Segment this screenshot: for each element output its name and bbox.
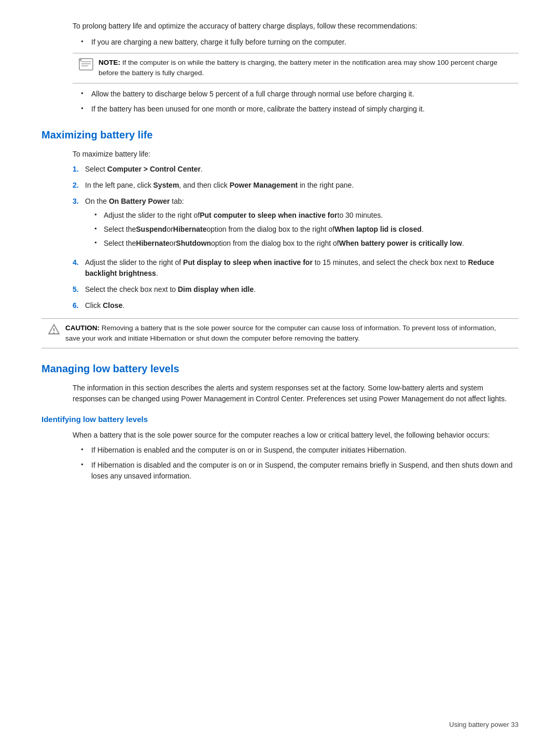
intro-bullet-3: If the battery has been unused for one m…	[83, 104, 519, 115]
step-2: 2. In the left pane, click System, and t…	[73, 180, 519, 191]
step-1-num: 1.	[73, 164, 85, 175]
identifying-bullet-1: If Hibernation is enabled and the comput…	[83, 445, 519, 456]
note-body: If the computer is on while the battery …	[99, 59, 497, 77]
note-icon	[79, 58, 93, 71]
caution-label: CAUTION:	[65, 324, 100, 332]
caution-icon	[48, 324, 60, 336]
step-3-subbullets: Adjust the slider to the right of Put co…	[95, 210, 519, 249]
page-footer: Using battery power 33	[449, 720, 519, 730]
step-5: 5. Select the check box next to Dim disp…	[73, 284, 519, 295]
footer-text: Using battery power 33	[449, 721, 519, 728]
step-3: 3. On the On Battery Power tab: Adjust t…	[73, 196, 519, 252]
intro-bullet-2: Allow the battery to discharge below 5 p…	[83, 89, 519, 100]
maximizing-steps: 1. Select Computer > Control Center. 2. …	[73, 164, 519, 311]
step-3-num: 3.	[73, 196, 85, 252]
step-5-content: Select the check box next to Dim display…	[85, 284, 519, 295]
intro-bullets: If you are charging a new battery, charg…	[83, 37, 519, 48]
identifying-bullets: If Hibernation is enabled and the comput…	[83, 445, 519, 482]
step-3-sub-2: Select the Suspend or Hibernate option f…	[95, 224, 519, 235]
step-2-num: 2.	[73, 180, 85, 191]
svg-point-7	[53, 332, 54, 333]
maximizing-heading: Maximizing battery life	[41, 127, 519, 143]
intro-bullets-2: Allow the battery to discharge below 5 p…	[83, 89, 519, 115]
step-4-num: 4.	[73, 257, 85, 279]
caution-text: CAUTION: Removing a battery that is the …	[65, 323, 512, 344]
note-box: NOTE: If the computer is on while the ba…	[73, 53, 519, 83]
step-4-content: Adjust the slider to the right of Put di…	[85, 257, 519, 279]
note-label: NOTE:	[99, 59, 120, 66]
step-6: 6. Click Close.	[73, 300, 519, 311]
step-1: 1. Select Computer > Control Center.	[73, 164, 519, 175]
intro-bullet-1: If you are charging a new battery, charg…	[83, 37, 519, 48]
managing-para: The information in this section describe…	[41, 383, 519, 404]
page: To prolong battery life and optimize the…	[0, 0, 560, 745]
step-3-sub-1: Adjust the slider to the right of Put co…	[95, 210, 519, 221]
step-6-num: 6.	[73, 300, 85, 311]
managing-heading: Managing low battery levels	[41, 361, 519, 376]
step-3-content: On the On Battery Power tab: Adjust the …	[85, 196, 519, 252]
caution-box: CAUTION: Removing a battery that is the …	[41, 318, 519, 349]
identifying-subheading: Identifying low battery levels	[41, 414, 519, 426]
maximizing-intro: To maximize battery life:	[41, 149, 519, 160]
step-2-content: In the left pane, click System, and then…	[85, 180, 519, 191]
step-3-sub-3: Select the Hibernate or Shutdown option …	[95, 238, 519, 249]
intro-paragraph: To prolong battery life and optimize the…	[41, 21, 519, 32]
step-1-content: Select Computer > Control Center.	[85, 164, 519, 175]
identifying-para: When a battery that is the sole power so…	[41, 430, 519, 441]
identifying-bullet-2: If Hibernation is disabled and the compu…	[83, 460, 519, 482]
step-5-num: 5.	[73, 284, 85, 295]
step-6-content: Click Close.	[85, 300, 519, 311]
note-text: NOTE: If the computer is on while the ba…	[99, 58, 512, 79]
step-4: 4. Adjust the slider to the right of Put…	[73, 257, 519, 279]
